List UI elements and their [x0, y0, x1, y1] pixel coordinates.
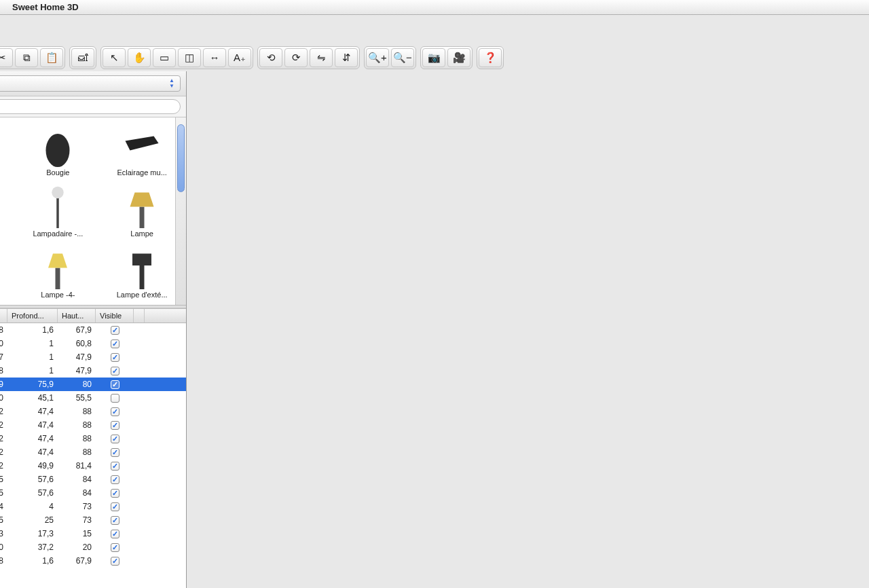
row-depth: 25	[7, 515, 58, 525]
walls-button[interactable]: ▭	[153, 48, 176, 67]
table-row[interactable]: capa_Scene6045,155,5	[0, 391, 186, 405]
catalog-item-icon	[34, 251, 81, 289]
rot-right-button[interactable]: ⟳	[284, 48, 308, 67]
text-button[interactable]: A₊	[228, 48, 251, 67]
catalog-item[interactable]: Lampadaire -...	[0, 181, 16, 241]
table-row[interactable]: Fragères -22181,667,9✓	[0, 554, 186, 568]
photo-button[interactable]: 📷	[422, 48, 445, 67]
catalog-item-icon	[118, 190, 166, 228]
table-header[interactable]: Nom ▲ Largeur Profond... Haut... Visible	[0, 309, 186, 323]
row-visible-checkbox[interactable]: ✓	[111, 367, 119, 375]
table-row[interactable]: Cadre Papillon48,7147,9✓	[0, 350, 186, 364]
row-visible-checkbox[interactable]: ✓	[111, 407, 119, 416]
row-visible-checkbox[interactable]: ✓	[111, 353, 119, 362]
col-depth[interactable]: Profond...	[7, 309, 58, 323]
catalog-item[interactable]: Bougie	[17, 120, 100, 180]
catalog-item-label: Lampadaire -...	[0, 228, 14, 240]
row-width: 48,7	[0, 352, 7, 362]
row-width: 48	[0, 325, 7, 335]
table-row[interactable]: Dérouleur WC21,317,315✓	[0, 527, 186, 540]
table-row[interactable]: Eclairage mural3037,220✓	[0, 540, 186, 554]
row-visible-checkbox[interactable]: ✓	[111, 448, 119, 457]
catalog-item[interactable]: Lampe d'exté...	[100, 242, 183, 302]
catalog-item[interactable]: Lampe -3-	[0, 242, 16, 302]
row-height: 84	[58, 475, 96, 484]
cut-button[interactable]: ✂	[0, 48, 13, 67]
copy-button[interactable]: ⧉	[15, 48, 38, 67]
row-depth: 47,4	[7, 447, 58, 457]
flip-h-button[interactable]: ⇋	[310, 48, 333, 67]
flip-v-button[interactable]: ⇵	[335, 48, 358, 67]
add-furniture-button[interactable]: 🛋	[71, 48, 94, 67]
svg-rect-19	[140, 265, 145, 289]
catalog-item[interactable]: Eclairage mu...	[100, 120, 183, 180]
zoom-in-button[interactable]: 🔍+	[366, 48, 389, 67]
table-row[interactable]: Cadre Mont Blanc120160,8✓	[0, 337, 186, 350]
table-row[interactable]: Cylindre4473✓	[0, 500, 186, 513]
table-row[interactable]: Chaise -5-4247,488✓	[0, 405, 186, 418]
catalog-item[interactable]: Lampadaire -...	[17, 181, 100, 241]
pan-button[interactable]: ✋	[128, 48, 151, 67]
catalog-scrollbar[interactable]	[175, 117, 186, 305]
table-row[interactable]: Chaise en teck49,557,684✓	[0, 486, 186, 500]
row-visible-checkbox[interactable]: ✓	[111, 326, 119, 335]
rot-left-button[interactable]: ⟲	[259, 48, 282, 67]
row-visible-checkbox[interactable]: ✓	[111, 339, 119, 348]
row-visible-checkbox[interactable]: ✓	[111, 380, 119, 389]
table-row[interactable]: Chaise -5-4247,488✓	[0, 418, 186, 432]
row-visible-checkbox[interactable]: ✓	[111, 516, 119, 525]
table-row[interactable]: Cadre Inari481,667,9✓	[0, 323, 186, 337]
row-visible-checkbox[interactable]: ✓	[111, 435, 119, 443]
row-height: 47,9	[58, 366, 96, 375]
row-height: 15	[58, 529, 96, 538]
catalog-item-icon	[118, 129, 166, 167]
col-visible[interactable]: Visible	[96, 309, 134, 323]
catalog-item[interactable]: Lampe	[100, 181, 183, 241]
app-menu-name[interactable]: Sweet Home 3D	[12, 2, 79, 12]
table-row[interactable]: Chaise -5-4247,488✓	[0, 445, 186, 459]
table-row[interactable]: Chaise -5-4247,488✓	[0, 432, 186, 445]
table-row[interactable]: Cylindre252573✓	[0, 513, 186, 527]
table-row[interactable]: Chaise -6-53,249,981,4✓	[0, 459, 186, 473]
row-height: 80	[58, 380, 96, 389]
catalog-item-label: Lampe -3-	[0, 289, 14, 301]
table-row[interactable]: Cadre Tigre62,8147,9✓	[0, 364, 186, 378]
video-button[interactable]: 🎥	[447, 48, 470, 67]
left-panel: Catégorie: Lumières ▲▼ 🔍 Applique mu...B…	[0, 71, 187, 588]
row-visible-checkbox[interactable]: ✓	[111, 462, 119, 471]
rooms-button[interactable]: ◫	[178, 48, 201, 67]
paste-button[interactable]: 📋	[40, 48, 63, 67]
catalog-item[interactable]: Bougeoir	[0, 120, 16, 180]
catalog-search-input[interactable]: 🔍	[0, 99, 181, 114]
col-width[interactable]: Largeur	[0, 309, 7, 323]
row-visible-checkbox[interactable]	[111, 394, 119, 403]
row-visible-checkbox[interactable]: ✓	[111, 530, 119, 538]
category-select[interactable]: Lumières ▲▼	[0, 75, 181, 92]
catalog-item[interactable]: Lampe -4-	[17, 242, 100, 302]
table-row[interactable]: Canapé193,975,980✓	[0, 378, 186, 391]
row-depth: 45,1	[7, 393, 58, 403]
row-width: 30	[0, 543, 7, 552]
select-button[interactable]: ↖	[103, 48, 126, 67]
col-height[interactable]: Haut...	[58, 309, 96, 323]
row-visible-checkbox[interactable]: ✓	[111, 543, 119, 552]
catalog-item-label: Bougie	[19, 167, 98, 179]
row-width: 193,9	[0, 380, 7, 389]
svg-marker-18	[48, 254, 67, 268]
row-visible-checkbox[interactable]: ✓	[111, 489, 119, 498]
row-height: 60,8	[58, 339, 96, 348]
row-visible-checkbox[interactable]: ✓	[111, 557, 119, 566]
svg-rect-20	[132, 254, 151, 266]
svg-rect-11	[140, 207, 145, 229]
table-row[interactable]: Chaise en teck49,557,684✓	[0, 473, 186, 486]
dimensions-button[interactable]: ↔	[203, 48, 226, 67]
help-button[interactable]: ❓	[479, 48, 502, 67]
row-visible-checkbox[interactable]: ✓	[111, 475, 119, 484]
row-visible-checkbox[interactable]: ✓	[111, 502, 119, 511]
catalog-item-label: Eclairage mu...	[103, 167, 181, 179]
row-depth: 57,6	[7, 475, 58, 484]
catalog-item-icon	[34, 129, 81, 167]
zoom-out-button[interactable]: 🔍−	[391, 48, 414, 67]
row-visible-checkbox[interactable]: ✓	[111, 421, 119, 430]
row-height: 73	[58, 502, 96, 511]
